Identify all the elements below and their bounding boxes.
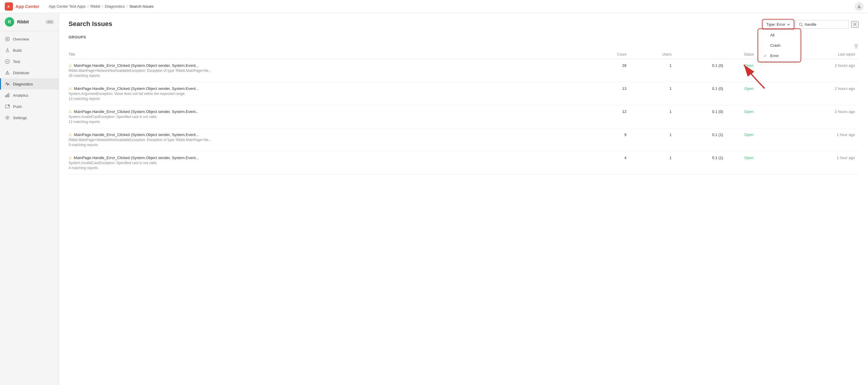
cell-status-4: Open [727,151,775,174]
sidebar-item-push[interactable]: Push [0,101,59,112]
breadcrumb-sep-1: / [88,4,89,8]
sidebar-item-test[interactable]: Test [0,56,59,67]
issue-subtitle-0: Ribbit.MainPage+NetworkNotAvailableExcep… [68,68,240,73]
app-name-label: Ribbit [17,20,42,24]
svg-point-13 [8,105,10,106]
distribute-icon [5,70,10,76]
warning-icon-1: ⚠ [68,86,72,91]
table-row[interactable]: ⚠MainPage.Handle_Error_Clicked (System.O… [68,128,859,151]
cell-users-2: 1 [630,105,675,128]
test-icon [5,59,10,64]
cell-title-3: ⚠MainPage.Handle_Error_Clicked (System.O… [68,128,584,151]
table-row[interactable]: ⚠MainPage.Handle_Error_Clicked (System.O… [68,59,859,82]
cell-count-3: 9 [584,128,630,151]
col-count: Count [584,50,630,59]
chevron-down-icon [787,24,790,25]
dropdown-item-error[interactable]: ✓ Error [759,51,800,61]
dropdown-label-all: All [770,33,774,37]
issues-table: Title Count Users Status Last report [68,50,859,174]
app-center-label: App Center [16,4,39,9]
warning-icon-4: ⚠ [68,155,72,160]
svg-marker-5 [6,49,8,52]
warning-icon-0: ⚠ [68,63,72,68]
type-dropdown[interactable]: Type: Error [763,20,793,29]
cell-lastreport-1: 2 hours ago [775,82,859,105]
breadcrumb-sep-2: / [102,4,103,8]
sidebar-item-overview[interactable]: Overview [0,33,59,45]
check-icon-error: ✓ [764,54,768,58]
breadcrumb-item-4: Search Issues [129,4,154,8]
sidebar-label-overview: Overview [13,37,29,41]
type-dropdown-menu: All Crash ✓ Error [759,30,800,61]
overview-icon [5,36,10,42]
cell-impact-1: 0.1 (0) [675,82,727,105]
build-icon [5,48,10,53]
app-logo[interactable]: A App Center [5,2,39,11]
sidebar-label-push: Push [13,105,22,109]
sidebar-item-distribute[interactable]: Distribute [0,67,59,78]
issue-subtitle-2: System.InvalidCastException: Specified c… [68,115,240,119]
sidebar-item-analytics[interactable]: Analytics [0,90,59,101]
search-icon [799,23,803,27]
search-close-button[interactable]: ✕ [851,21,859,28]
cell-lastreport-2: 2 hours ago [775,105,859,128]
issue-reports-3: 9 matching reports [68,143,581,147]
sidebar-item-settings[interactable]: Settings [0,112,59,123]
col-users: Users [630,50,675,59]
sidebar-app-header: R Ribbit iOS [0,13,59,31]
cell-title-4: ⚠MainPage.Handle_Error_Clicked (System.O… [68,151,584,174]
svg-rect-11 [8,93,9,97]
cell-impact-2: 0.1 (0) [675,105,727,128]
table-row[interactable]: ⚠MainPage.Handle_Error_Clicked (System.O… [68,105,859,128]
col-title: Title [68,50,584,59]
sidebar-label-diagnostics: Diagnostics [13,82,33,86]
col-impact [675,50,727,59]
sidebar-item-build[interactable]: Build [0,45,59,56]
cell-count-4: 4 [584,151,630,174]
main-content: Search Issues Type: Error handle ✕ [59,13,868,385]
cell-users-0: 1 [630,59,675,82]
sidebar-nav: Overview Build Test Di [0,31,59,126]
cell-count-2: 12 [584,105,630,128]
cell-users-1: 1 [630,82,675,105]
table-row[interactable]: ⚠MainPage.Handle_Error_Clicked (System.O… [68,151,859,174]
search-query-text: handle [805,22,816,27]
breadcrumb-item-2[interactable]: Ribbit [90,4,100,8]
issue-reports-1: 13 matching reports [68,97,581,101]
warning-icon-3: ⚠ [68,132,72,137]
svg-rect-10 [7,94,8,97]
cell-count-0: 28 [584,59,630,82]
dropdown-item-crash[interactable]: Crash [759,40,800,51]
cell-impact-0: 0.1 (0) [675,59,727,82]
cell-lastreport-0: 2 hours ago [775,59,859,82]
push-icon [5,104,10,109]
cell-lastreport-3: 1 hour ago [775,128,859,151]
issue-reports-4: 4 matching reports [68,166,581,170]
issue-reports-0: 28 matching reports [68,73,581,78]
user-avatar[interactable] [855,2,863,11]
cell-status-2: Open [727,105,775,128]
cell-impact-3: 0.1 (1) [675,128,727,151]
filter-icon[interactable] [854,44,859,49]
table-row[interactable]: ⚠MainPage.Handle_Error_Clicked (System.O… [68,82,859,105]
search-input-wrap: handle [796,20,849,29]
cell-count-1: 13 [584,82,630,105]
cell-impact-4: 0.1 (1) [675,151,727,174]
settings-icon [5,115,10,120]
cell-status-3: Open [727,128,775,151]
dropdown-item-all[interactable]: All [759,30,800,40]
breadcrumb-item-1[interactable]: App Center Test Apps [49,4,86,8]
cell-users-3: 1 [630,128,675,151]
logo-icon: A [5,2,13,11]
sidebar-item-diagnostics[interactable]: Diagnostics [0,78,59,90]
sidebar: R Ribbit iOS Overview Build [0,13,59,385]
cell-users-4: 1 [630,151,675,174]
analytics-icon [5,93,10,98]
diagnostics-icon [5,81,10,87]
cell-title-1: ⚠MainPage.Handle_Error_Clicked (System.O… [68,82,584,105]
svg-rect-9 [5,95,6,97]
type-dropdown-label: Type: Error [766,22,785,27]
breadcrumb-item-3[interactable]: Diagnostics [105,4,125,8]
svg-point-3 [5,37,9,41]
breadcrumb: App Center Test Apps / Ribbit / Diagnost… [49,4,855,8]
